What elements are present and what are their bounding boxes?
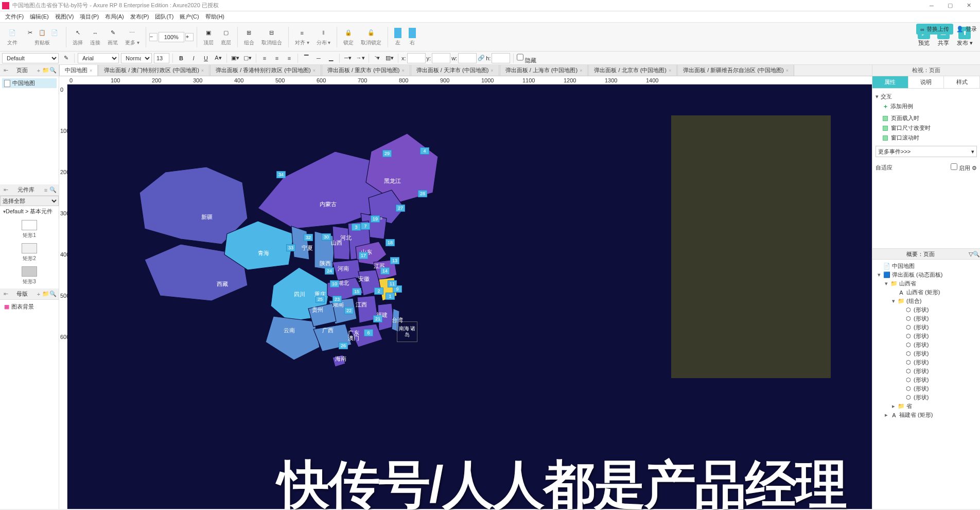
province-number[interactable]: 13 — [390, 257, 399, 264]
doc-tab[interactable]: 弹出面板 / 上海市 (中国地图)× — [500, 65, 588, 76]
province-number[interactable]: 23 — [332, 296, 342, 303]
outline-row[interactable]: ⬡(形状) — [874, 332, 978, 341]
outline-row[interactable]: A山西省 (矩形) — [874, 288, 978, 297]
zoom-control[interactable]: −+ — [149, 32, 194, 42]
valign-mid[interactable]: ─ — [313, 53, 324, 63]
font-select[interactable]: Arial — [78, 53, 119, 63]
textcolor-button[interactable]: A▾ — [213, 53, 223, 63]
tb-align[interactable]: ≡对齐 ▾ — [292, 28, 312, 46]
outline-row[interactable]: ⬡(形状) — [874, 349, 978, 358]
province-label[interactable]: 陕西 — [320, 260, 331, 267]
outline-row[interactable]: ⬡(形状) — [874, 384, 978, 393]
h-input[interactable] — [492, 53, 510, 63]
outline-row[interactable]: ▸A福建省 (矩形) — [874, 411, 978, 419]
widget-rect2[interactable]: 矩形2 — [22, 243, 37, 262]
menu-publish[interactable]: 发布(P) — [127, 13, 152, 21]
tb-select[interactable]: ↖选择 — [69, 28, 86, 46]
italic-button[interactable]: I — [188, 53, 199, 63]
province-label[interactable]: 广西 — [322, 327, 334, 334]
province-label[interactable]: 安徽 — [358, 275, 370, 283]
province-label[interactable]: 新疆 — [201, 213, 213, 221]
menu-project[interactable]: 项目(P) — [77, 13, 102, 21]
tb-more[interactable]: ⋯更多 ▾ — [122, 28, 143, 46]
province-number[interactable]: 6 — [364, 329, 373, 336]
province-number[interactable]: 15 — [352, 288, 361, 295]
weight-select[interactable]: Normal — [121, 53, 152, 63]
pages-tree[interactable]: 中国地图 — [0, 76, 59, 184]
widget-rect3[interactable]: 矩形3 — [22, 266, 37, 285]
doc-tab[interactable]: 弹出面板 / 天津市 (中国地图)× — [411, 65, 499, 76]
minimize-button[interactable]: ─ — [922, 1, 941, 11]
province-label[interactable]: 贵州 — [312, 306, 323, 314]
menu-team[interactable]: 团队(T) — [152, 13, 177, 21]
collapse-icon[interactable]: ⇤ — [2, 67, 9, 74]
province-label[interactable]: 内蒙古 — [320, 200, 337, 208]
event-scroll[interactable]: 窗口滚动时 — [876, 133, 977, 143]
province-number[interactable]: 30 — [322, 233, 331, 241]
south-sea-box[interactable]: 南海 诸岛 — [397, 321, 417, 342]
province-number[interactable]: 17 — [359, 252, 368, 259]
doc-tab[interactable]: 弹出面板 / 新疆维吾尔自治区 (中国地图)× — [677, 65, 794, 76]
align-center[interactable]: ≡ — [272, 53, 282, 63]
valign-bot[interactable]: ▁ — [326, 53, 336, 63]
menu-file[interactable]: 文件(F) — [2, 13, 27, 21]
tb-connect[interactable]: ↔连接 — [87, 28, 103, 46]
doc-tab[interactable]: 弹出面板 / 重庆市 (中国地图)× — [322, 65, 410, 76]
shadow-button[interactable]: ▨▾ — [384, 53, 395, 63]
province-number[interactable]: 10 — [330, 280, 339, 287]
align-left[interactable]: ≡ — [259, 53, 270, 63]
corner-button[interactable]: ◝▾ — [372, 53, 382, 63]
library-select[interactable]: 选择全部 — [0, 196, 59, 206]
tb-left[interactable]: 左 — [391, 28, 405, 46]
province-label[interactable]: 西藏 — [217, 280, 228, 288]
province-label[interactable]: 黑龙江 — [384, 177, 401, 185]
province-label[interactable]: 山西 — [331, 239, 342, 247]
event-onload[interactable]: 页面载入时 — [876, 113, 977, 123]
province-number[interactable]: 14 — [380, 267, 390, 275]
align-right[interactable]: ≡ — [284, 53, 294, 63]
province-number[interactable]: 33 — [286, 244, 295, 251]
tb-lock[interactable]: 🔒锁定 — [340, 28, 357, 46]
canvas[interactable]: 南海 诸岛 新疆西藏青海内蒙古黑龙江辽宁河北山西河南山东湖北安徽江苏四川重庆贵州… — [67, 84, 872, 509]
province-label[interactable]: 江西 — [356, 301, 367, 309]
outline-row[interactable]: ⬡(形状) — [874, 358, 978, 367]
outline-row[interactable]: ▾📁(组合) — [874, 297, 978, 305]
menu-help[interactable]: 帮助(H) — [202, 13, 227, 21]
valign-top[interactable]: ▔ — [301, 53, 311, 63]
province-number[interactable]: 26 — [339, 342, 348, 349]
search-icon[interactable]: 🔍 — [49, 67, 57, 74]
adaptive-settings-icon[interactable]: ⚙ — [972, 165, 977, 171]
province-label[interactable]: 云南 — [284, 327, 295, 334]
menu-account[interactable]: 账户(C) — [177, 13, 202, 21]
lib-search-icon[interactable]: 🔍 — [49, 186, 57, 194]
tb-pen[interactable]: ✎画笔 — [104, 28, 121, 46]
tab-style[interactable]: 样式 — [944, 76, 980, 88]
page-item[interactable]: 中国地图 — [2, 78, 57, 88]
outline-row[interactable]: ▸📁省 — [874, 402, 978, 411]
province-number[interactable]: 18 — [386, 239, 395, 246]
province-number[interactable]: 22 — [344, 307, 354, 314]
bold-button[interactable]: B — [176, 53, 186, 63]
add-master-icon[interactable]: + — [35, 291, 42, 298]
tb-right[interactable]: 右 — [406, 28, 419, 46]
menu-edit[interactable]: 编辑(E) — [27, 13, 52, 21]
x-input[interactable] — [407, 53, 426, 63]
outline-row[interactable]: 📄中国地图 — [874, 262, 978, 270]
menu-view[interactable]: 视图(V) — [52, 13, 77, 21]
province-label[interactable]: 台湾 — [392, 316, 403, 324]
line-button[interactable]: ─▾ — [343, 53, 353, 63]
interactions-section[interactable]: ▾ 交互 — [876, 92, 977, 101]
widget-rect1[interactable]: 矩形1 — [22, 220, 37, 239]
outline-row[interactable]: ⬡(形状) — [874, 323, 978, 332]
tb-clipboard[interactable]: ✂📋📄剪贴板 — [22, 28, 63, 46]
province-number[interactable]: 3 — [352, 224, 361, 231]
tb-group[interactable]: ⊞组合 — [241, 28, 257, 46]
province-number[interactable]: 19 — [371, 215, 380, 223]
outline-row[interactable]: ⬡(形状) — [874, 341, 978, 349]
tb-file[interactable]: 📄文件 — [4, 28, 21, 46]
province-number[interactable]: 28 — [418, 190, 427, 197]
outline-row[interactable]: ▾🟦弹出面板 (动态面板) — [874, 270, 978, 279]
tb-unlock[interactable]: 🔓取消锁定 — [358, 28, 384, 46]
tb-ungroup[interactable]: ⊟取消组合 — [258, 28, 285, 46]
outline-row[interactable]: ⬡(形状) — [874, 376, 978, 384]
